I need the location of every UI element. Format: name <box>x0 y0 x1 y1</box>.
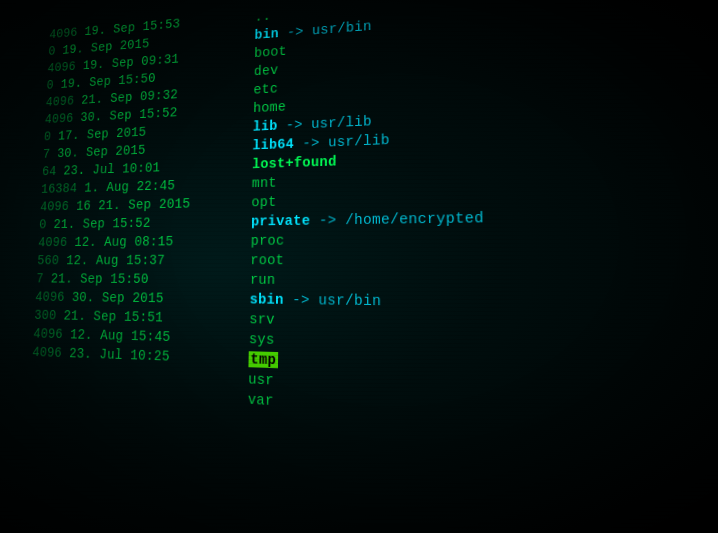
list-item: 0 21. Sep 15:52 <box>39 212 237 233</box>
list-item: 560 12. Aug 15:37 <box>37 251 236 270</box>
terminal-table: 4096 19. Sep 15:53 0 19. Sep 2015 4096 1… <box>24 0 718 438</box>
list-item: proc <box>251 229 485 251</box>
list-item: private -> /home/encrypted <box>251 208 484 231</box>
tmp-highlight: tmp <box>248 351 278 368</box>
right-column: .. bin -> usr/bin boot dev etc home lib … <box>233 0 489 422</box>
list-item: root <box>250 249 485 270</box>
terminal-content: 4096 19. Sep 15:53 0 19. Sep 2015 4096 1… <box>24 0 718 438</box>
list-item: 7 21. Sep 15:50 <box>36 270 236 290</box>
list-item: 4096 12. Aug 08:15 <box>38 231 236 251</box>
list-item: run <box>250 270 486 292</box>
terminal-screen: 4096 19. Sep 15:53 0 19. Sep 2015 4096 1… <box>0 0 718 533</box>
left-column: 4096 19. Sep 15:53 0 19. Sep 2015 4096 1… <box>24 10 241 410</box>
